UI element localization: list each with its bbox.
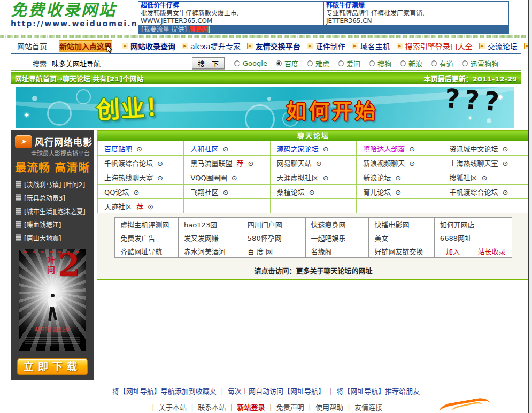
site-cell[interactable]: 上海热线聊天室⊙: [98, 170, 184, 185]
nav-link[interactable]: 域名主机: [360, 41, 390, 51]
site-link[interactable]: 黑马流量联盟: [190, 159, 232, 167]
funshion-header[interactable]: ➤ 风行网络电影: [11, 130, 94, 148]
visit-icon[interactable]: ⊙: [309, 188, 315, 196]
promo-banner[interactable]: ✦ ✦ ✦ 创业！ 如何开始 ???: [16, 87, 514, 128]
ad-cell[interactable]: 赤水河美酒河: [179, 244, 242, 258]
nav-item-alexa[interactable]: ▶alexa提升专家: [182, 41, 241, 51]
nav-item-link-exchange[interactable]: ▶友情交换平台: [247, 41, 300, 51]
radio-icon[interactable]: [307, 60, 313, 66]
site-cell[interactable]: 飞翔社区⊙: [184, 185, 270, 199]
ad-cell[interactable]: 发又发网赚: [179, 231, 242, 244]
logo-url[interactable]: http://www.weiduomei.net: [11, 19, 138, 28]
ad-cell[interactable]: 美女: [369, 231, 434, 244]
visit-icon[interactable]: ⊙: [323, 145, 329, 153]
radio-icon[interactable]: [400, 60, 406, 66]
movie-item[interactable]: [喋血钱塘江]: [11, 218, 94, 231]
more-links-note[interactable]: 请点击访问：更多关于聊天论坛的网址: [97, 262, 529, 279]
ad-title[interactable]: 超低价牛仔裤: [141, 2, 321, 10]
traffic-ticker[interactable]: [我要流量 提供] 周易网|: [138, 25, 509, 34]
site-cell[interactable]: 搜狐社区⊙: [443, 170, 529, 185]
nav-item-search-engine-login[interactable]: ▶搜索引擎登录口大全: [397, 41, 473, 51]
footer-bookmark-line[interactable]: 将【网址导航】导航添加到收藏夹 ｜ 每次上网自动访问【网址导航】 ｜ 将【网址导…: [0, 386, 532, 396]
site-link[interactable]: 搜狐社区: [450, 174, 477, 182]
collect-cell[interactable]: 站长收录: [466, 244, 512, 258]
nav-link[interactable]: 搜索引擎登录口大全: [405, 41, 473, 51]
join-cell[interactable]: 加入: [434, 244, 466, 258]
engine-sogou[interactable]: 搜狗: [369, 58, 391, 68]
site-cell[interactable]: 天涯虚拟社区⊙: [270, 170, 356, 185]
site-link[interactable]: VQQ围圈圈: [190, 174, 227, 182]
search-input[interactable]: [50, 58, 184, 68]
site-link[interactable]: 人和社区: [190, 145, 218, 153]
visit-icon[interactable]: ⊙: [157, 159, 163, 167]
radio-icon[interactable]: [462, 60, 468, 66]
ad-cell[interactable]: 580怀孕网: [242, 231, 305, 244]
download-now-button[interactable]: 立即下载: [17, 358, 88, 375]
site-cell[interactable]: 新浪视频聊天⊙: [357, 156, 443, 170]
visit-icon[interactable]: ⊙: [323, 174, 329, 182]
nav-link[interactable]: 证件制作: [315, 41, 345, 51]
visit-icon[interactable]: ⊙: [482, 174, 488, 182]
site-link[interactable]: 千帆渡综合论坛: [104, 159, 153, 167]
nav-link[interactable]: 网站收录查询: [130, 41, 175, 51]
movie-item[interactable]: [城市生活][泡沫之夏]: [11, 204, 94, 218]
site-cell[interactable]: 资讯城中文论坛⊙: [443, 141, 529, 156]
nav-home-link[interactable]: 网站首页: [17, 41, 47, 51]
nav-link[interactable]: alexa提升专家: [190, 41, 241, 51]
search-button[interactable]: 搜一下: [192, 57, 225, 69]
radio-icon[interactable]: [234, 60, 240, 66]
visit-icon[interactable]: ⊙: [222, 145, 228, 153]
ad-cell[interactable]: 百 度 网: [242, 244, 305, 258]
asp300-logo[interactable]: ASP300源码.com: [421, 402, 522, 413]
nav-link[interactable]: 友情交换平台: [256, 41, 300, 51]
site-cell[interactable]: 源码之家论坛⊙: [270, 141, 356, 156]
site-link[interactable]: 上海热线聊天室: [104, 174, 153, 182]
nav-item-site-query[interactable]: ▶网站收录查询: [122, 41, 175, 51]
ad-cell[interactable]: 一起吧娱乐: [305, 231, 369, 244]
breadcrumb[interactable]: 网址导航首页→聊天论坛 共有[21]个网站: [15, 73, 143, 83]
engine-xunlei[interactable]: 迅雷狗狗: [462, 58, 498, 68]
new-site-register-link[interactable]: 新站登录: [237, 403, 265, 411]
ad-title[interactable]: 韩版牛仔潮爆: [326, 2, 506, 10]
site-cell[interactable]: 人和社区⊙: [184, 141, 270, 156]
new-site-join-button[interactable]: 新站加入点这里: [59, 40, 112, 52]
nav-item-domain-host[interactable]: ▶域名主机: [352, 41, 390, 51]
visit-icon[interactable]: ⊙: [409, 145, 415, 153]
visit-icon[interactable]: ⊙: [409, 159, 415, 167]
ad-cell[interactable]: 如何开网店: [434, 218, 512, 231]
site-link[interactable]: 桑植论坛: [277, 188, 305, 196]
ad-cell[interactable]: 虚拟主机评测网: [115, 218, 179, 231]
ad-url[interactable]: JETTER365.CN: [326, 17, 506, 25]
site-cell[interactable]: 桑植论坛⊙: [270, 185, 356, 199]
site-link[interactable]: 育儿论坛: [363, 188, 391, 196]
engine-yahoo[interactable]: 雅虎: [307, 58, 329, 68]
site-link[interactable]: 新浪论坛: [363, 174, 391, 182]
join-link[interactable]: 加入: [446, 248, 460, 256]
site-cell[interactable]: 嘻哈达人部落⊙: [357, 141, 443, 156]
site-link[interactable]: 网易聊天站: [277, 159, 312, 167]
nav-link[interactable]: 交流论坛: [488, 41, 518, 51]
site-link[interactable]: 天迹社区: [104, 203, 132, 211]
engine-google[interactable]: Google: [234, 59, 267, 67]
site-link[interactable]: 新浪视频聊天: [363, 159, 405, 167]
visit-icon[interactable]: ⊙: [316, 159, 322, 167]
ad-cell[interactable]: hao123团: [179, 218, 242, 231]
site-link[interactable]: 上海热线聊天室: [450, 159, 498, 167]
visit-icon[interactable]: ⊙: [503, 188, 508, 196]
site-link[interactable]: 资讯城中文论坛: [450, 145, 498, 153]
engine-iask[interactable]: 爱问: [338, 58, 360, 68]
footer-links-post[interactable]: ｜ 免责声明 ｜ 使用帮助 ｜ 友情连接: [265, 403, 382, 411]
site-link[interactable]: 百度贴吧: [104, 145, 132, 153]
movie-poster[interactable]: 2 叶问 4月29日 震撼上映: [19, 249, 86, 351]
movie-item[interactable]: [玩具总动员3]: [11, 191, 94, 204]
movie-item[interactable]: [唐山大地震]: [11, 231, 94, 244]
site-cell[interactable]: VQQ围圈圈⊙: [184, 170, 270, 185]
site-cell[interactable]: QQ论坛⊙: [98, 185, 184, 199]
visit-icon[interactable]: ⊙: [133, 188, 139, 196]
site-link[interactable]: 千帆渡综合论坛: [450, 188, 498, 196]
site-logo[interactable]: 免费收录网站 http://www.weiduomei.net: [11, 1, 138, 34]
ad-cell[interactable]: 快播电影网: [369, 218, 434, 231]
radio-icon[interactable]: [431, 60, 437, 66]
ad-url[interactable]: WWW.JETTER365.COM: [141, 17, 321, 25]
webmaster-collect-link[interactable]: 站长收录: [477, 248, 505, 256]
